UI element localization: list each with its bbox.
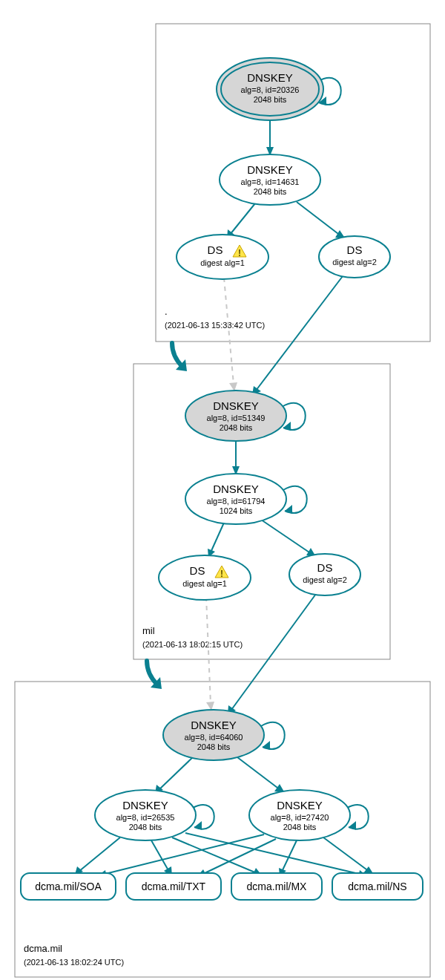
- svg-text:DNSKEY: DNSKEY: [277, 799, 323, 811]
- svg-text:!: !: [220, 569, 223, 579]
- zone-dcma-ts: (2021-06-13 18:02:24 UTC): [24, 958, 124, 967]
- svg-text:DNSKEY: DNSKEY: [213, 399, 259, 412]
- edge-mil-to-dcma-zone: [147, 661, 157, 685]
- edge-dcmak1-dcmak3: [237, 757, 280, 790]
- edge-milds2-dcmak1: [231, 594, 316, 710]
- node-root-dnskey-20326: DNSKEY alg=8, id=20326 2048 bits: [217, 58, 323, 120]
- svg-text:DS: DS: [347, 244, 363, 256]
- svg-text:2048 bits: 2048 bits: [254, 95, 287, 104]
- svg-text:2048 bits: 2048 bits: [129, 823, 162, 832]
- edge-k2-soa: [79, 837, 120, 872]
- svg-text:DS: DS: [208, 244, 223, 256]
- svg-text:alg=8, id=27420: alg=8, id=27420: [271, 813, 329, 822]
- zone-root-ts: (2021-06-13 15:33:42 UTC): [165, 321, 265, 330]
- svg-text:alg=8, id=51349: alg=8, id=51349: [207, 414, 266, 422]
- svg-text:digest alg=1: digest alg=1: [200, 258, 245, 267]
- svg-text:DNSKEY: DNSKEY: [247, 71, 293, 84]
- svg-text:dcma.mil/MX: dcma.mil/MX: [247, 881, 308, 892]
- node-dcma-dnskey-64060: DNSKEY alg=8, id=64060 2048 bits: [163, 710, 264, 760]
- node-root-ds-alg2: DS digest alg=2: [319, 236, 390, 278]
- zone-mil-ts: (2021-06-13 18:02:15 UTC): [142, 640, 243, 649]
- svg-text:alg=8, id=26535: alg=8, id=26535: [116, 813, 175, 822]
- edge-rootk2-ds1: [230, 203, 255, 235]
- svg-text:!: !: [238, 248, 241, 258]
- svg-text:2048 bits: 2048 bits: [220, 423, 253, 432]
- svg-text:dcma.mil/TXT: dcma.mil/TXT: [142, 881, 206, 892]
- node-mil-dnskey-61794: DNSKEY alg=8, id=61794 1024 bits: [185, 474, 286, 524]
- node-dcma-dnskey-27420: DNSKEY alg=8, id=27420 2048 bits: [249, 790, 350, 840]
- svg-text:DS: DS: [317, 561, 333, 574]
- svg-text:1024 bits: 1024 bits: [220, 506, 253, 515]
- svg-text:2048 bits: 2048 bits: [283, 823, 317, 832]
- svg-point-30: [289, 554, 360, 595]
- node-root-ds-alg1: DS digest alg=1 !: [177, 235, 268, 279]
- svg-text:2048 bits: 2048 bits: [197, 742, 231, 751]
- svg-text:digest alg=2: digest alg=2: [332, 258, 377, 267]
- node-mil-dnskey-51349: DNSKEY alg=8, id=51349 2048 bits: [185, 391, 286, 441]
- svg-text:DNSKEY: DNSKEY: [213, 483, 259, 495]
- node-mil-ds-alg2: DS digest alg=2: [289, 554, 360, 595]
- edge-rootk2-ds2: [297, 202, 341, 236]
- edge-root-to-mil-zone: [172, 343, 182, 367]
- svg-text:alg=8, id=20326: alg=8, id=20326: [241, 85, 300, 94]
- node-dcma-ns: dcma.mil/NS: [332, 873, 423, 900]
- node-dcma-mx: dcma.mil/MX: [231, 873, 322, 900]
- svg-point-14: [319, 236, 390, 278]
- svg-text:alg=8, id=14631: alg=8, id=14631: [241, 177, 300, 186]
- svg-text:dcma.mil/SOA: dcma.mil/SOA: [35, 881, 102, 892]
- svg-text:DNSKEY: DNSKEY: [247, 163, 293, 176]
- edge-milds1-dcmak1-dashed: [206, 597, 211, 704]
- svg-text:digest alg=1: digest alg=1: [182, 579, 227, 588]
- edge-ds1-milk1-dashed: [224, 278, 234, 385]
- svg-text:digest alg=2: digest alg=2: [303, 575, 347, 584]
- edge-dcmak1-dcmak2: [159, 756, 194, 790]
- node-mil-ds-alg1: DS digest alg=1 !: [159, 555, 251, 600]
- svg-text:DNSKEY: DNSKEY: [122, 799, 168, 811]
- edge-k3-soa: [102, 834, 264, 875]
- edge-milk2-ds2: [261, 520, 312, 554]
- zone-root-name: .: [165, 306, 168, 317]
- zone-mil-name: mil: [142, 625, 155, 636]
- svg-text:alg=8, id=61794: alg=8, id=61794: [207, 497, 266, 506]
- node-dcma-txt: dcma.mil/TXT: [126, 873, 221, 900]
- zone-dcma-name: dcma.mil: [24, 943, 62, 954]
- edge-milk2-ds1: [211, 523, 224, 552]
- svg-point-9: [177, 235, 268, 279]
- edge-k2-txt: [151, 840, 169, 872]
- svg-point-25: [159, 555, 251, 600]
- svg-text:alg=8, id=64060: alg=8, id=64060: [185, 733, 243, 742]
- svg-text:DNSKEY: DNSKEY: [191, 719, 237, 731]
- svg-text:DS: DS: [190, 564, 205, 577]
- svg-text:2048 bits: 2048 bits: [254, 187, 287, 196]
- node-dcma-dnskey-26535: DNSKEY alg=8, id=26535 2048 bits: [95, 790, 196, 840]
- edge-ds2-milk1: [256, 276, 343, 391]
- svg-text:dcma.mil/NS: dcma.mil/NS: [348, 881, 406, 892]
- edge-k3-txt: [202, 839, 276, 875]
- node-root-dnskey-14631: DNSKEY alg=8, id=14631 2048 bits: [220, 154, 320, 205]
- node-dcma-soa: dcma.mil/SOA: [21, 873, 116, 900]
